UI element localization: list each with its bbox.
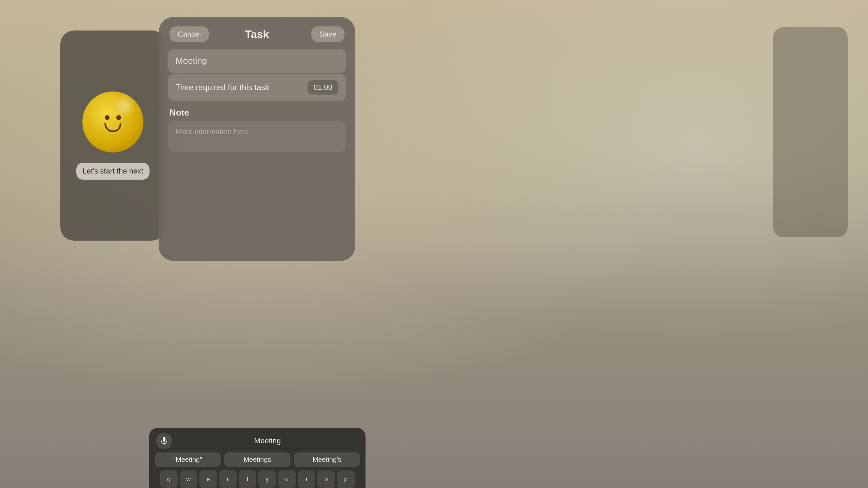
time-label: Time required for this task [176, 83, 270, 92]
speech-text: Let's start the next [82, 167, 143, 175]
avatar-eye-right [116, 115, 121, 120]
keyboard-input-row: Meeting [149, 433, 366, 449]
avatar-eye-left [105, 115, 110, 120]
assistant-panel: Let's start the next [60, 30, 165, 241]
suggestion-chip-1[interactable]: Meetings [224, 452, 290, 467]
avatar-shine [113, 94, 137, 118]
avatar-eyes [104, 115, 121, 120]
mic-button[interactable] [156, 433, 172, 449]
key-w[interactable]: w [180, 470, 197, 488]
note-textarea[interactable] [168, 121, 346, 152]
key-u[interactable]: u [278, 470, 296, 488]
mic-icon [161, 436, 167, 445]
suggestions-row: "Meeting" Meetings Meeting's [149, 452, 366, 467]
svg-rect-0 [163, 437, 165, 442]
suggestion-chip-0[interactable]: "Meeting" [155, 452, 221, 467]
key-y[interactable]: y [258, 470, 276, 488]
speech-bubble: Let's start the next [76, 163, 149, 180]
time-value[interactable]: 01:00 [308, 80, 338, 95]
key-t[interactable]: t [239, 470, 256, 488]
suggestion-chip-2[interactable]: Meeting's [294, 452, 360, 467]
avatar-face [104, 115, 121, 132]
avatar [82, 92, 143, 152]
save-button[interactable]: Save [311, 26, 344, 42]
right-panel [773, 27, 848, 237]
keyboard-text-display: Meeting [176, 436, 359, 445]
avatar-container [82, 92, 143, 152]
note-section-label: Note [168, 107, 346, 118]
dialog-title: Task [245, 28, 269, 41]
key-i[interactable]: i [298, 470, 315, 488]
dialog-body: Time required for this task 01:00 Note [159, 49, 355, 261]
cancel-button[interactable]: Cancel [170, 26, 209, 42]
key-r[interactable]: r [219, 470, 237, 488]
keyboard-bar: Meeting "Meeting" Meetings Meeting's q w… [149, 428, 366, 488]
key-e[interactable]: e [199, 470, 217, 488]
task-name-input[interactable] [168, 49, 346, 73]
time-row: Time required for this task 01:00 [168, 74, 346, 101]
avatar-smile [104, 123, 121, 132]
keyboard-keys-row: q w e r t y u i o p [149, 470, 366, 488]
key-p[interactable]: p [337, 470, 355, 488]
key-q[interactable]: q [160, 470, 178, 488]
key-o[interactable]: o [317, 470, 335, 488]
dialog-header: Cancel Task Save [159, 17, 355, 49]
task-dialog: Cancel Task Save Time required for this … [159, 17, 355, 261]
